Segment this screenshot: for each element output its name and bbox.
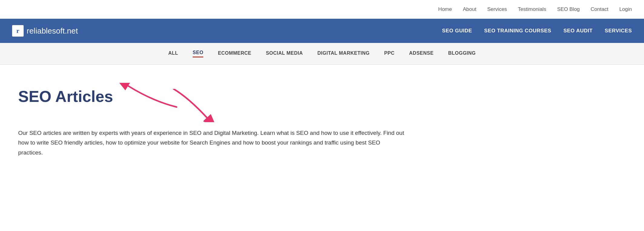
- cat-ecommerce[interactable]: ECOMMERCE: [218, 50, 251, 57]
- header-nav-seo-audit[interactable]: SEO AUDIT: [563, 28, 593, 34]
- top-navigation: Home About Services Testimonials SEO Blo…: [0, 0, 644, 19]
- arrow2-icon: [164, 89, 219, 122]
- category-bar: ALL SEO ECOMMERCE SOCIAL MEDIA DIGITAL M…: [0, 43, 644, 65]
- site-header: r reliablesoft.net SEO GUIDE SEO TRAININ…: [0, 19, 644, 43]
- page-title: SEO Articles: [18, 87, 113, 106]
- title-row: SEO Articles: [18, 80, 406, 122]
- nav-testimonials[interactable]: Testimonials: [518, 6, 546, 12]
- main-content: SEO Articles Our SEO articles are writte…: [0, 65, 424, 170]
- cat-blogging[interactable]: BLOGGING: [448, 50, 476, 57]
- article-description: Our SEO articles are written by experts …: [18, 128, 406, 158]
- nav-seo-blog[interactable]: SEO Blog: [557, 6, 580, 12]
- nav-contact[interactable]: Contact: [591, 6, 609, 12]
- logo-area: r reliablesoft.net: [12, 25, 442, 37]
- cat-digital-marketing[interactable]: DIGITAL MARKETING: [317, 50, 370, 57]
- nav-login[interactable]: Login: [619, 6, 632, 12]
- nav-about[interactable]: About: [463, 6, 476, 12]
- header-navigation: SEO GUIDE SEO TRAINING COURSES SEO AUDIT…: [442, 28, 632, 34]
- cat-seo[interactable]: SEO: [193, 50, 203, 57]
- cat-adsense[interactable]: ADSENSE: [409, 50, 434, 57]
- logo-text: reliablesoft.net: [27, 26, 78, 36]
- cat-all[interactable]: ALL: [168, 50, 178, 57]
- cat-social-media[interactable]: SOCIAL MEDIA: [266, 50, 303, 57]
- header-nav-seo-guide[interactable]: SEO GUIDE: [442, 28, 472, 34]
- nav-services[interactable]: Services: [487, 6, 507, 12]
- logo-icon: r: [12, 25, 24, 37]
- header-nav-services[interactable]: SERVICES: [605, 28, 632, 34]
- nav-home[interactable]: Home: [438, 6, 452, 12]
- header-nav-seo-training[interactable]: SEO TRAINING COURSES: [484, 28, 551, 34]
- cat-ppc[interactable]: PPC: [384, 50, 394, 57]
